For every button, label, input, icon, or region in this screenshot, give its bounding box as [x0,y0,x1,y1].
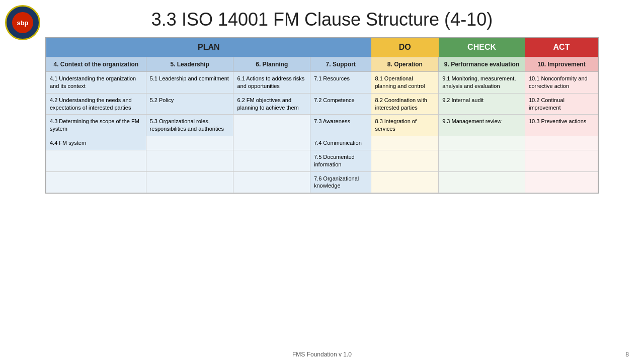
table-row: 7.5 Documented information [46,150,598,171]
cell-support-2: 7.3 Awareness [310,115,371,136]
cell-planning-2 [233,115,310,136]
cell-planning-1: 6.2 FM objectives and planning to achiev… [233,93,310,115]
cell-operation-3 [371,136,439,150]
table-row: 4.1 Understanding the organization and i… [46,72,598,94]
footer: FMS Foundation v 1.0 [0,351,644,358]
cell-leadership-5 [146,171,233,193]
main-table: PLAN DO CHECK ACT 4. Context of the orga… [45,37,599,194]
cell-improvement-1: 10.2 Continual improvement [525,93,598,115]
col-header-support: 7. Support [310,57,371,72]
cell-performance-5 [439,171,525,193]
col-header-planning: 6. Planning [233,57,310,72]
table-row: 4.3 Determining the scope of the FM syst… [46,115,598,136]
cell-leadership-4 [146,150,233,171]
cell-planning-3 [233,136,310,150]
footer-page: 8 [625,351,629,358]
cell-performance-4 [439,150,525,171]
cell-leadership-0: 5.1 Leadership and commitment [146,72,233,94]
cell-improvement-0: 10.1 Nonconformity and corrective action [525,72,598,94]
cell-support-5: 7.6 Organizational knowledge [310,171,371,193]
th-do: DO [371,38,439,57]
cell-support-1: 7.2 Competence [310,93,371,115]
cell-improvement-5 [525,171,598,193]
footer-text: FMS Foundation v 1.0 [292,351,352,358]
col-header-context: 4. Context of the organization [46,57,146,72]
th-act: ACT [525,38,598,57]
header-row-columns: 4. Context of the organization 5. Leader… [46,57,598,72]
col-header-leadership: 5. Leadership [146,57,233,72]
cell-performance-1: 9.2 Internal audit [439,93,525,115]
cell-improvement-3 [525,136,598,150]
th-plan: PLAN [46,38,371,57]
cell-operation-0: 8.1 Operational planning and control [371,72,439,94]
cell-improvement-4 [525,150,598,171]
cell-context-0: 4.1 Understanding the organization and i… [46,72,146,94]
th-check: CHECK [439,38,525,57]
header-row-phase: PLAN DO CHECK ACT [46,38,598,57]
table-body: 4.1 Understanding the organization and i… [46,72,598,193]
cell-performance-3 [439,136,525,150]
cell-planning-5 [233,171,310,193]
logo-text: sbp [12,12,33,33]
cell-leadership-2: 5.3 Organizational roles, responsibiliti… [146,115,233,136]
cell-leadership-3 [146,136,233,150]
cell-operation-5 [371,171,439,193]
logo: sbp [5,5,40,40]
cell-performance-2: 9.3 Management review [439,115,525,136]
cell-improvement-2: 10.3 Preventive actions [525,115,598,136]
table-row: 7.6 Organizational knowledge [46,171,598,193]
cell-support-0: 7.1 Resources [310,72,371,94]
cell-planning-0: 6.1 Actions to address risks and opportu… [233,72,310,94]
col-header-performance: 9. Performance evaluation [439,57,525,72]
cell-performance-0: 9.1 Monitoring, measurement, analysis an… [439,72,525,94]
cell-planning-4 [233,150,310,171]
table-row: 4.4 FM system7.4 Communication [46,136,598,150]
cell-context-2: 4.3 Determining the scope of the FM syst… [46,115,146,136]
cell-support-3: 7.4 Communication [310,136,371,150]
cell-operation-4 [371,150,439,171]
cell-support-4: 7.5 Documented information [310,150,371,171]
cell-context-4 [46,150,146,171]
cell-operation-1: 8.2 Coordination with interested parties [371,93,439,115]
page-title: 3.3 ISO 14001 FM Clause Structure (4-10) [0,0,644,37]
cell-context-5 [46,171,146,193]
table-row: 4.2 Understanding the needs and expectat… [46,93,598,115]
cell-operation-2: 8.3 Integration of services [371,115,439,136]
cell-context-3: 4.4 FM system [46,136,146,150]
col-header-improvement: 10. Improvement [525,57,598,72]
col-header-operation: 8. Operation [371,57,439,72]
cell-context-1: 4.2 Understanding the needs and expectat… [46,93,146,115]
cell-leadership-1: 5.2 Policy [146,93,233,115]
